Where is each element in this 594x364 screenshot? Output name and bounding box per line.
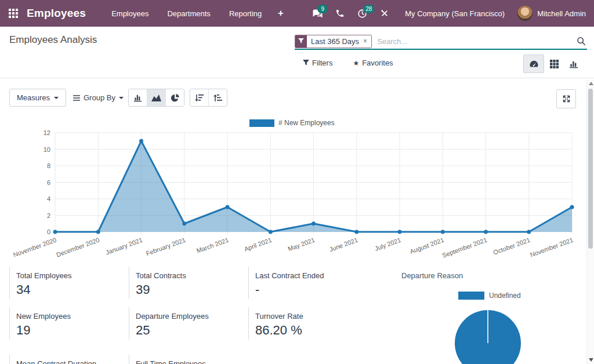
pie-chart-icon — [171, 93, 180, 103]
group-by-label: Group By — [84, 93, 115, 102]
svg-text:September 2021: September 2021 — [441, 236, 488, 259]
dashboard-view-button[interactable] — [523, 54, 544, 73]
facet-remove-icon[interactable]: × — [363, 35, 371, 48]
search-icon[interactable] — [577, 37, 586, 46]
group-by-button[interactable]: Group By — [73, 89, 124, 107]
scroll-up-arrow[interactable] — [589, 82, 593, 85]
bar-chart-icon — [569, 60, 578, 68]
pie-legend-swatch — [458, 292, 484, 300]
facet-label: Last 365 Days — [307, 35, 363, 48]
stat-value: - — [255, 283, 368, 297]
svg-text:August 2021: August 2021 — [409, 236, 445, 255]
favorites-button[interactable]: ★ Favorites — [350, 59, 393, 67]
phone-button[interactable] — [335, 9, 345, 18]
stat-label: Total Employees — [16, 271, 129, 281]
vertical-scrollbar[interactable] — [586, 79, 594, 364]
user-name[interactable]: Mitchell Admin — [537, 9, 586, 18]
caret-down-icon — [54, 97, 59, 99]
stat-tile: New Employees19 — [9, 307, 129, 340]
svg-text:November 2020: November 2020 — [12, 236, 57, 259]
search-input[interactable] — [376, 37, 577, 46]
stat-tile: Total Contracts39 — [129, 267, 248, 299]
employees-analysis-page: Employees EmployeesDepartmentsReporting … — [0, 0, 594, 364]
sort-asc-button[interactable] — [208, 89, 227, 106]
app-name[interactable]: Employees — [27, 7, 86, 20]
expand-dashboard-button[interactable] — [556, 89, 576, 108]
area-chart-icon — [151, 94, 161, 102]
measures-label: Measures — [17, 93, 50, 102]
stat-label: Mean Contract Duration — [16, 359, 129, 364]
new-employees-area-chart[interactable]: 024681012November 2020December 2020Janua… — [0, 125, 586, 265]
chart-type-group — [128, 89, 184, 107]
sort-desc-icon — [195, 94, 204, 102]
svg-text:February 2021: February 2021 — [145, 236, 186, 257]
nav-menu: EmployeesDepartmentsReporting — [102, 0, 271, 27]
apps-menu-icon[interactable] — [9, 9, 18, 18]
bar-chart-type-button[interactable] — [129, 89, 147, 106]
filter-funnel-icon — [295, 35, 307, 48]
messages-button[interactable]: 9 — [312, 9, 323, 19]
company-switcher[interactable]: My Company (San Francisco) — [405, 9, 505, 18]
svg-text:November 2021: November 2021 — [529, 236, 574, 259]
pie-legend-label: Undefined — [489, 292, 521, 300]
scroll-down-arrow[interactable] — [589, 358, 593, 362]
svg-text:12: 12 — [44, 129, 50, 136]
messages-badge: 9 — [317, 5, 328, 13]
stat-label: New Employees — [16, 312, 129, 321]
svg-text:2: 2 — [47, 212, 50, 219]
funnel-icon — [303, 60, 309, 66]
filters-button[interactable]: Filters — [303, 59, 332, 67]
line-chart-type-button[interactable] — [147, 89, 165, 106]
stat-tile: Departure Employees25 — [129, 307, 248, 340]
stat-tile: Last Contract Ended- — [248, 267, 368, 299]
measures-button[interactable]: Measures — [9, 89, 66, 107]
stat-value: 25 — [136, 323, 248, 337]
nav-menu-reporting[interactable]: Reporting — [220, 0, 271, 27]
departure-reason-title: Departure Reason — [401, 271, 463, 280]
stat-label: Last Contract Ended — [255, 271, 368, 281]
caret-down-icon — [119, 97, 124, 99]
sort-group — [190, 89, 227, 107]
navbar-right: 9 28 — [305, 6, 586, 21]
svg-text:6: 6 — [47, 179, 50, 186]
sort-desc-button[interactable] — [190, 89, 208, 106]
stats-row-2: New Employees19Departure Employees25Turn… — [9, 307, 368, 340]
svg-text:April 2021: April 2021 — [243, 236, 273, 253]
bars-icon — [73, 95, 80, 101]
pie-chart-type-button[interactable] — [165, 89, 184, 106]
stat-value: 34 — [16, 283, 129, 297]
graph-view-button[interactable] — [564, 55, 584, 72]
activities-badge: 28 — [363, 5, 374, 13]
svg-text:October 2021: October 2021 — [492, 236, 531, 256]
stat-value: 86.20 % — [255, 323, 368, 337]
svg-text:8: 8 — [47, 162, 50, 169]
stat-tile: Total Employees34 — [9, 267, 129, 299]
stat-label: Turnover Rate — [255, 312, 368, 321]
svg-text:0: 0 — [47, 228, 50, 235]
page-title: Employees Analysis — [9, 34, 97, 46]
scrollbar-thumb[interactable] — [588, 89, 593, 249]
svg-text:December 2020: December 2020 — [55, 236, 100, 259]
arrows-expand-icon — [562, 94, 571, 103]
activities-button[interactable]: 28 — [357, 9, 367, 19]
favorites-label: Favorites — [362, 59, 393, 67]
user-avatar[interactable] — [517, 6, 533, 21]
search-bar[interactable]: Last 365 Days × — [295, 34, 587, 50]
pivot-view-button[interactable] — [544, 55, 564, 72]
tools-button[interactable] — [380, 9, 389, 18]
stats-row-1: Total Employees34Total Contracts39Last C… — [9, 267, 368, 299]
top-navbar: Employees EmployeesDepartmentsReporting … — [0, 0, 594, 27]
departure-reason-pie-chart[interactable] — [454, 310, 521, 364]
svg-text:May 2021: May 2021 — [287, 236, 316, 253]
stat-value: 39 — [136, 283, 248, 297]
nav-menu-departments[interactable]: Departments — [158, 0, 219, 27]
svg-text:June 2021: June 2021 — [328, 236, 358, 253]
svg-text:July 2021: July 2021 — [374, 236, 401, 252]
grid-icon — [550, 60, 559, 68]
nav-menu-employees[interactable]: Employees — [102, 0, 158, 27]
svg-text:January 2021: January 2021 — [104, 236, 143, 256]
stats-row-3: Mean Contract DurationFull Time Employee… — [9, 355, 248, 364]
pie-legend[interactable]: Undefined — [458, 292, 521, 300]
nav-plus-button[interactable]: + — [271, 0, 290, 27]
svg-text:March 2021: March 2021 — [195, 236, 230, 254]
